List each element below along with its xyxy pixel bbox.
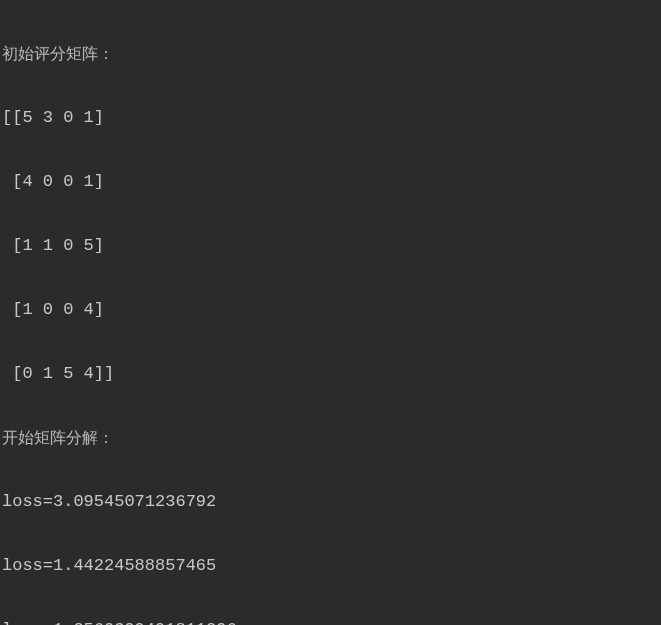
loss-line: loss=3.09545071236792	[2, 486, 659, 518]
label-start-decomposition: 开始矩阵分解：	[2, 422, 659, 454]
initial-matrix-row: [1 0 0 4]	[2, 294, 659, 326]
label-initial-matrix: 初始评分矩阵：	[2, 38, 659, 70]
terminal-output: 初始评分矩阵： [[5 3 0 1] [4 0 0 1] [1 1 0 5] […	[0, 0, 661, 625]
initial-matrix-row: [4 0 0 1]	[2, 166, 659, 198]
initial-matrix-row: [0 1 5 4]]	[2, 358, 659, 390]
initial-matrix-row: [1 1 0 5]	[2, 230, 659, 262]
loss-line: loss=1.44224588857465	[2, 550, 659, 582]
loss-line: loss=1.2560399491811296	[2, 614, 659, 625]
initial-matrix-row: [[5 3 0 1]	[2, 102, 659, 134]
